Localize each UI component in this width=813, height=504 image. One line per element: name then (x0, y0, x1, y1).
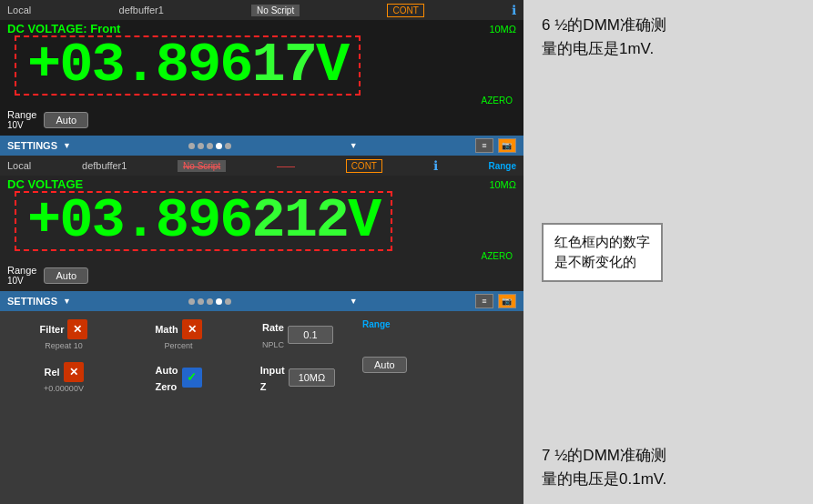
dot4 (216, 143, 222, 149)
settings1-dots (188, 143, 231, 149)
dot2 (198, 143, 204, 149)
rate-item: Rate NPLC 0.1 (239, 318, 357, 351)
math-sublabel: Percent (164, 341, 192, 350)
rate-sublabel: NPLC (262, 340, 284, 349)
top-text-line1: 6 ½的DMM准确测 (542, 16, 666, 34)
inputz-labels: Input Z (260, 361, 285, 394)
annotation-box: 红色框内的数字 是不断变化的 (542, 223, 663, 282)
dmm2-range-indicator: Range (488, 161, 516, 171)
dmm1-range-row: Range 10V Auto (0, 106, 523, 136)
rate-labels: Rate NPLC (262, 318, 284, 351)
dmm2-script-btn[interactable]: No Script (178, 160, 226, 172)
top-text-line2: 量的电压是1mV. (542, 40, 654, 57)
settings2-icon2[interactable]: 📷 (498, 294, 516, 308)
dmm2-reading-area: +03.896212V (0, 191, 523, 251)
rel-x-btn[interactable]: ✕ (64, 362, 84, 382)
dmm1-dashed-box: +03.89617V (15, 35, 361, 96)
autozero-row: Auto Zero ✓ (155, 361, 201, 394)
dmm1-section: Local defbuffer1 No Script CONT ℹ DC VOL… (0, 0, 523, 136)
dmm2-auto-btn[interactable]: Auto (44, 267, 88, 284)
settings2-dots (188, 298, 231, 305)
filter-label: Filter (40, 324, 65, 335)
rel-label: Rel (44, 367, 59, 378)
dmm1-reading-static: +03.89617V (20, 33, 355, 97)
dot-s2-3 (207, 298, 213, 305)
dmm2-range-value: 10V (7, 276, 36, 286)
settings2-icon1[interactable]: ≡ (475, 294, 493, 308)
dmm1-local: Local (7, 5, 31, 15)
settings2-label: SETTINGS ▼ (7, 296, 71, 307)
settings1-icon2[interactable]: 📷 (498, 138, 516, 153)
settings2-arrow: ▼ (63, 297, 71, 306)
inputz-value-btn[interactable]: 10MΩ (289, 368, 336, 387)
dmm1-info-icon[interactable]: ℹ (512, 3, 516, 17)
controls-section: Filter ✕ Repeat 10 Math ✕ Percent (0, 311, 523, 504)
dmm2-section: Local defbuffer1 No Script —— CONT ℹ Ran… (0, 156, 523, 291)
range-ctrl: Range (362, 319, 391, 350)
autozero-label: Auto (155, 365, 178, 376)
autozero-item: Auto Zero ✓ (124, 361, 233, 394)
box-text-line2: 是不断变化的 (554, 254, 636, 269)
autozero-labels: Auto Zero (155, 361, 178, 394)
filter-x-btn[interactable]: ✕ (67, 319, 87, 339)
dmm2-dashed-box: +03.896212V (15, 191, 392, 251)
rate-row: Rate NPLC 0.1 (262, 318, 333, 351)
dot-s2-5 (225, 298, 231, 305)
dmm2-info-icon[interactable]: ℹ (433, 158, 438, 173)
dmm2-reading-static: +03.896212V (20, 188, 387, 253)
math-x-btn[interactable]: ✕ (182, 319, 202, 339)
settings1-icon1[interactable]: ≡ (475, 138, 493, 153)
range-ctrl-label: Range (362, 319, 391, 329)
rel-row: Rel ✕ (44, 362, 83, 382)
dot3 (207, 143, 213, 149)
top-annotation-text: 6 ½的DMM准确测 量的电压是1mV. (542, 14, 795, 60)
dmm1-impedance: 10MΩ (489, 24, 516, 35)
dmm2-impedance: 10MΩ (489, 179, 516, 190)
filter-row: Filter ✕ (40, 319, 88, 339)
settings1-arrow-right: ▼ (350, 141, 358, 150)
dot-s2-2 (198, 298, 204, 305)
inputz-label2: Z (260, 381, 267, 392)
dmm1-range-label: Range (7, 109, 36, 120)
dmm1-range-value: 10V (7, 120, 36, 130)
dmm1-script-btn[interactable]: No Script (251, 5, 300, 16)
bottom-annotation-text: 7 ½的DMM准确测 量的电压是0.1mV. (542, 444, 795, 490)
dot-s2-1 (188, 298, 195, 305)
left-panel: Local defbuffer1 No Script CONT ℹ DC VOL… (0, 0, 523, 504)
settings1-label: SETTINGS ▼ (7, 140, 71, 151)
rel-item: Rel ✕ +0.00000V (9, 362, 118, 393)
settings1-icons: ≡ 📷 (475, 138, 516, 153)
controls-row-2: Rel ✕ +0.00000V Auto Zero ✓ (9, 357, 514, 398)
inputz-row: Input Z 10MΩ (260, 361, 336, 394)
dmm1-cont-btn[interactable]: CONT (387, 4, 423, 17)
rel-sublabel: +0.00000V (44, 384, 84, 393)
controls-grid: Filter ✕ Repeat 10 Math ✕ Percent (9, 318, 514, 398)
rate-label: Rate (262, 322, 284, 333)
dmm2-header: Local defbuffer1 No Script —— CONT ℹ Ran… (0, 156, 523, 176)
bottom-text-line2: 量的电压是0.1mV. (542, 470, 666, 488)
dmm1-header: Local defbuffer1 No Script CONT ℹ (0, 0, 523, 20)
dmm2-stable-digits: +03.896 (27, 188, 251, 253)
controls-row-1: Filter ✕ Repeat 10 Math ✕ Percent (9, 318, 514, 351)
math-label: Math (155, 324, 178, 335)
settings-bar-2[interactable]: SETTINGS ▼ ▼ ≡ 📷 (0, 291, 523, 311)
range-auto-btn[interactable]: Auto (362, 357, 407, 373)
filter-sublabel: Repeat 10 (45, 341, 83, 350)
settings2-text: SETTINGS (7, 296, 57, 307)
dot1 (188, 143, 195, 149)
autozero-check-btn[interactable]: ✓ (182, 368, 202, 388)
dmm1-reading-area: +03.89617V (0, 35, 523, 96)
dmm2-cont-btn[interactable]: CONT (346, 159, 382, 173)
dmm1-unit: V (316, 33, 348, 97)
dmm1-changing-digits: 17 (251, 33, 315, 97)
dmm2-buffer: defbuffer1 (82, 160, 127, 171)
dmm2-range-group: Range 10V (7, 265, 36, 286)
rate-value-btn[interactable]: 0.1 (288, 326, 333, 344)
dmm2-unit: V (348, 188, 380, 253)
autozero-label2: Zero (155, 381, 177, 392)
settings-bar-1[interactable]: SETTINGS ▼ ▼ ≡ 📷 (0, 136, 523, 156)
settings1-arrow: ▼ (63, 141, 71, 150)
box-text-line1: 红色框内的数字 (554, 234, 650, 249)
dot-s2-4 (216, 298, 222, 305)
dmm1-auto-btn[interactable]: Auto (44, 112, 88, 128)
